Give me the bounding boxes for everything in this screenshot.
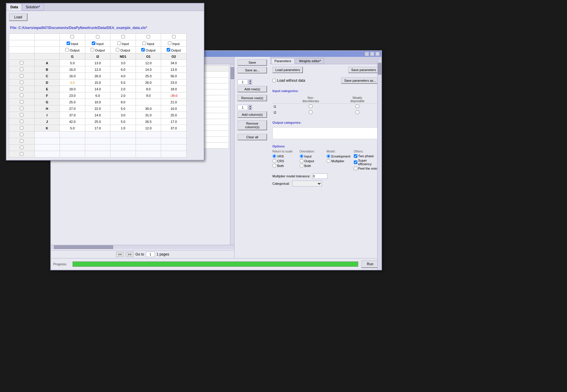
empty-cell[interactable]: [60, 138, 85, 144]
cell[interactable]: -39.0: [161, 92, 187, 99]
row-checkbox[interactable]: [20, 81, 23, 84]
page-number-input[interactable]: [146, 252, 155, 257]
close-button[interactable]: ✕: [375, 52, 380, 56]
load-without-data-checkbox[interactable]: [272, 79, 276, 82]
cell[interactable]: 12.0: [136, 125, 161, 131]
col1-input-cell[interactable]: Input: [60, 40, 85, 47]
cell[interactable]: 25.0: [85, 118, 110, 125]
cell[interactable]: 0.0: [60, 79, 85, 86]
cell[interactable]: 27.0: [60, 105, 85, 112]
rts-vrs-radio[interactable]: [272, 154, 276, 158]
col4-top-checkbox[interactable]: [147, 35, 150, 38]
empty-cell[interactable]: [161, 151, 187, 158]
remove-col-button[interactable]: Remove column(s): [237, 120, 267, 130]
cell[interactable]: 25.0: [136, 73, 161, 79]
cell[interactable]: 25.0: [60, 99, 85, 105]
cell[interactable]: 17.0: [85, 125, 110, 131]
col4-input-cell[interactable]: Input: [136, 40, 161, 47]
empty-cell[interactable]: [110, 151, 136, 158]
save-as-button[interactable]: Save as...: [237, 67, 267, 73]
solution-grid-scrollbar-v[interactable]: [230, 64, 234, 245]
page-first-button[interactable]: <<: [116, 252, 124, 257]
empty-cell[interactable]: [34, 144, 60, 151]
cell[interactable]: 22.0: [85, 105, 110, 112]
col-count-input[interactable]: [237, 105, 248, 110]
empty-cell[interactable]: [136, 138, 161, 144]
row-checkbox-cell[interactable]: [9, 60, 35, 66]
tab-solution[interactable]: Solution*: [22, 4, 44, 11]
data-grid-container[interactable]: Input Input Input Input Input Output Out…: [9, 33, 201, 158]
empty-cell[interactable]: [60, 131, 85, 138]
cell[interactable]: 8.0: [136, 86, 161, 92]
cell[interactable]: [136, 99, 161, 105]
load-params-button[interactable]: Load parameters: [272, 67, 303, 73]
orient-input-radio[interactable]: [300, 154, 303, 158]
cell[interactable]: 13.0: [85, 60, 110, 66]
save-params-button[interactable]: Save parameters: [348, 67, 379, 73]
cell[interactable]: 5.0: [110, 79, 136, 86]
orient-both-radio[interactable]: [300, 164, 303, 168]
col5-output-checkbox[interactable]: [167, 48, 170, 52]
input-cat-weakdisp[interactable]: [336, 104, 379, 110]
col5-input-checkbox[interactable]: [168, 41, 171, 45]
empty-cell[interactable]: [161, 138, 187, 144]
cell[interactable]: 23.0: [161, 79, 187, 86]
empty-cell[interactable]: [85, 151, 110, 158]
empty-cell[interactable]: [85, 138, 110, 144]
cell[interactable]: 9.0: [136, 92, 161, 99]
col4-output-cell[interactable]: Output: [136, 47, 161, 53]
row-checkbox-cell[interactable]: [9, 79, 35, 86]
col-spin-down[interactable]: ▼: [248, 107, 252, 110]
weakdisp-checkbox[interactable]: [356, 105, 359, 108]
cell[interactable]: 17.0: [161, 118, 187, 125]
row-checkbox[interactable]: [20, 126, 23, 130]
cell[interactable]: 37.0: [161, 125, 187, 131]
cell[interactable]: 37.0: [60, 112, 85, 118]
row-checkbox[interactable]: [20, 94, 23, 97]
col2-top-checkbox[interactable]: [96, 35, 99, 38]
col3-input-cell[interactable]: Input: [110, 40, 136, 47]
col2-input-checkbox[interactable]: [92, 41, 95, 45]
cell[interactable]: 3.0: [110, 60, 136, 66]
model-envelop-radio[interactable]: [327, 154, 330, 158]
cell[interactable]: 16.0: [60, 73, 85, 79]
empty-cell[interactable]: [60, 144, 85, 151]
empty-cell[interactable]: [34, 138, 60, 144]
empty-cell[interactable]: [110, 131, 136, 138]
col5-top-checkbox[interactable]: [172, 35, 176, 38]
multiplier-input[interactable]: [313, 173, 327, 179]
empty-cell[interactable]: [85, 144, 110, 151]
cell[interactable]: 30.0: [136, 105, 161, 112]
row-checkbox[interactable]: [20, 133, 23, 136]
params-scrollbar[interactable]: [377, 60, 381, 258]
row-checkbox[interactable]: [20, 146, 23, 149]
row-checkbox[interactable]: [20, 120, 23, 123]
row-checkbox[interactable]: [20, 152, 23, 156]
row-checkbox[interactable]: [20, 74, 23, 78]
empty-cell[interactable]: [161, 144, 187, 151]
row-checkbox[interactable]: [20, 139, 23, 143]
cell[interactable]: 6.0: [85, 92, 110, 99]
col2-output-cell[interactable]: Output: [85, 47, 110, 53]
nondisc-checkbox[interactable]: [309, 110, 312, 114]
run-button[interactable]: Run: [361, 260, 379, 268]
params-tab-weights[interactable]: Weights editor*: [296, 58, 324, 64]
cell[interactable]: 26.0: [85, 73, 110, 79]
col2-input-cell[interactable]: Input: [85, 40, 110, 47]
cell[interactable]: 3.0: [110, 112, 136, 118]
empty-cell[interactable]: [34, 131, 60, 138]
nondisc-checkbox[interactable]: [309, 105, 312, 108]
cell[interactable]: 31.0: [136, 112, 161, 118]
cell[interactable]: 2.0: [110, 86, 136, 92]
supereff-checkbox[interactable]: [354, 160, 357, 164]
cell[interactable]: 14.0: [136, 66, 161, 73]
cell[interactable]: 2.0: [110, 92, 136, 99]
cell[interactable]: 5.0: [110, 105, 136, 112]
cell[interactable]: 12.0: [85, 66, 110, 73]
col2-output-checkbox[interactable]: [91, 48, 94, 52]
row-checkbox-cell[interactable]: [9, 92, 35, 99]
row-checkbox[interactable]: [20, 107, 23, 110]
cell[interactable]: 16.0: [60, 66, 85, 73]
row-checkbox[interactable]: [20, 113, 23, 117]
cell[interactable]: 18.0: [60, 86, 85, 92]
